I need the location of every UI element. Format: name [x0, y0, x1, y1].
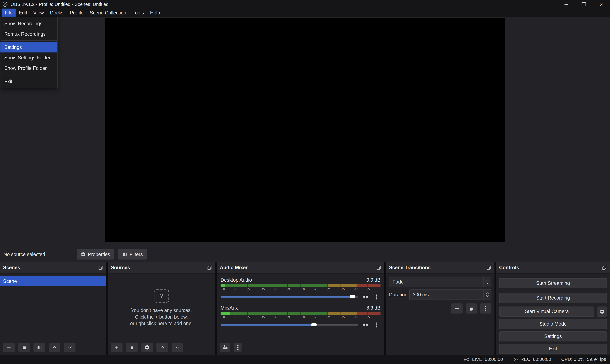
- panel-title: Sources: [111, 265, 130, 270]
- menu-item-tools[interactable]: Tools: [129, 9, 147, 17]
- sources-panel-header[interactable]: Sources: [108, 262, 215, 273]
- remove-scene-button[interactable]: [18, 343, 30, 352]
- channel-menu-button[interactable]: [373, 321, 380, 329]
- remove-source-button[interactable]: [126, 343, 138, 352]
- sources-panel: Sources ? You don't have any sources. Cl…: [108, 262, 215, 355]
- preview-area: [0, 17, 610, 246]
- tick-label: -40: [274, 315, 278, 319]
- controls-body: Start Streaming Start Recording Start Vi…: [496, 273, 610, 354]
- trash-icon: [22, 345, 27, 350]
- scenes-panel: Scenes Scene: [0, 262, 106, 355]
- panel-title: Scene Transitions: [389, 265, 431, 270]
- remove-transition-button[interactable]: [466, 303, 477, 313]
- tick-label: -35: [287, 287, 292, 291]
- filters-label: Filters: [130, 252, 143, 257]
- advanced-audio-icon: [222, 345, 228, 350]
- vertical-dots-icon: [376, 296, 377, 297]
- slider-fill: [220, 324, 314, 325]
- studio-mode-button[interactable]: Studio Mode: [499, 319, 607, 329]
- menu-separator: [1, 40, 57, 41]
- sources-empty-text: You don't have any sources.: [131, 307, 192, 314]
- source-status-text: No source selected: [3, 246, 45, 262]
- tick-label: -25: [314, 315, 318, 319]
- add-source-button[interactable]: [111, 343, 122, 352]
- move-scene-up-button[interactable]: [49, 343, 60, 352]
- move-source-up-button[interactable]: [156, 343, 168, 352]
- move-source-down-button[interactable]: [172, 343, 183, 352]
- controls-panel-header[interactable]: Controls: [496, 262, 610, 273]
- sources-empty-area[interactable]: ? You don't have any sources. Click the …: [108, 273, 215, 343]
- maximize-button[interactable]: [575, 0, 593, 9]
- volume-slider[interactable]: [220, 293, 358, 300]
- scene-transitions-panel-header[interactable]: Scene Transitions: [386, 262, 494, 273]
- source-properties-button[interactable]: [141, 343, 153, 352]
- advanced-audio-button[interactable]: [220, 343, 230, 352]
- volume-slider[interactable]: [220, 321, 358, 328]
- channel-menu-button[interactable]: [373, 293, 380, 301]
- window-title: OBS 29.1.2 - Profile: Untitled - Scenes:…: [11, 1, 108, 7]
- file-menu-item-settings[interactable]: Settings: [0, 42, 57, 52]
- audio-mixer-panel-header[interactable]: Audio Mixer: [217, 262, 384, 273]
- file-menu-item-show-recordings[interactable]: Show Recordings: [0, 18, 57, 29]
- add-scene-button[interactable]: [3, 343, 15, 352]
- properties-button[interactable]: Properties: [77, 249, 114, 260]
- slider-handle[interactable]: [350, 295, 355, 298]
- add-transition-button[interactable]: [451, 303, 462, 313]
- popout-icon: [376, 265, 381, 270]
- start-virtual-camera-button[interactable]: Start Virtual Camera: [499, 307, 595, 317]
- spin-down-button[interactable]: [486, 295, 489, 297]
- file-menu-item-show-settings-folder[interactable]: Show Settings Folder: [0, 52, 57, 63]
- filters-button[interactable]: Filters: [118, 249, 147, 260]
- scene-list-item[interactable]: Scene: [0, 276, 106, 286]
- tick-label: -20: [327, 315, 331, 319]
- preview-canvas[interactable]: [105, 18, 505, 242]
- slider-handle[interactable]: [311, 323, 317, 326]
- menu-item-help[interactable]: Help: [147, 9, 163, 17]
- tick-label: -5: [367, 287, 370, 291]
- file-menu-item-show-profile-folder[interactable]: Show Profile Folder: [0, 63, 57, 73]
- transitions-body: Fade Duration 300 ms: [386, 273, 494, 317]
- mute-button[interactable]: [362, 321, 369, 329]
- channel-name: Desktop Audio: [220, 277, 252, 283]
- plus-icon: [6, 345, 12, 350]
- mute-button[interactable]: [362, 293, 369, 301]
- start-streaming-button[interactable]: Start Streaming: [499, 278, 607, 288]
- exit-button[interactable]: Exit: [499, 344, 607, 354]
- menu-item-file[interactable]: File: [1, 9, 16, 17]
- tick-label: -60: [220, 287, 225, 291]
- duration-spinbox[interactable]: 300 ms: [409, 289, 491, 300]
- virtual-camera-settings-button[interactable]: [597, 307, 607, 317]
- channel-level: -8.3 dB: [365, 305, 380, 311]
- filter-icon: [122, 252, 127, 257]
- sources-empty-text: or right click here to add one.: [130, 320, 193, 327]
- maximize-icon: [582, 2, 586, 6]
- mixer-menu-button[interactable]: [234, 343, 242, 352]
- duration-label: Duration: [389, 292, 409, 297]
- scenes-panel-header[interactable]: Scenes: [0, 262, 106, 273]
- audio-mixer-panel: Audio Mixer Desktop Audio 0.0 dB -60-55-…: [217, 262, 384, 355]
- menu-item-scene-collection[interactable]: Scene Collection: [87, 9, 129, 17]
- menu-item-view[interactable]: View: [30, 9, 47, 17]
- vertical-dots-icon: [485, 308, 486, 309]
- controls-panel: Controls Start Streaming Start Recording…: [496, 262, 610, 355]
- menu-bar: File Edit View Docks Profile Scene Colle…: [0, 9, 610, 17]
- tick-label: -50: [247, 287, 252, 291]
- settings-button[interactable]: Settings: [499, 331, 607, 341]
- transition-menu-button[interactable]: [480, 303, 491, 313]
- move-scene-down-button[interactable]: [64, 343, 75, 352]
- window-controls: ×: [557, 0, 610, 9]
- menu-item-docks[interactable]: Docks: [47, 9, 67, 17]
- menu-item-profile[interactable]: Profile: [67, 9, 87, 17]
- spin-up-button[interactable]: [486, 292, 489, 295]
- transition-select[interactable]: Fade: [389, 276, 491, 287]
- filter-icon: [37, 345, 42, 350]
- file-menu-item-exit[interactable]: Exit: [0, 76, 57, 87]
- menu-item-edit[interactable]: Edit: [15, 9, 30, 17]
- scene-filters-button[interactable]: [34, 343, 45, 352]
- trash-icon: [469, 306, 474, 311]
- minimize-button[interactable]: [557, 0, 575, 9]
- close-button[interactable]: ×: [593, 0, 610, 9]
- updown-arrows-icon: [483, 277, 491, 287]
- file-menu-item-remux-recordings[interactable]: Remux Recordings: [0, 29, 57, 39]
- start-recording-button[interactable]: Start Recording: [499, 293, 607, 303]
